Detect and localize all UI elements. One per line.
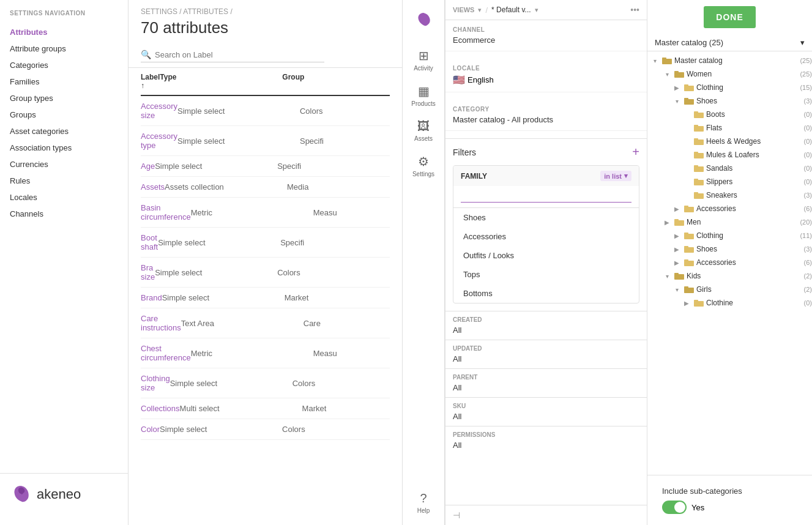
svg-rect-1 — [662, 58, 666, 59]
attr-link[interactable]: Brand — [141, 293, 162, 302]
collapse-icon[interactable]: ⊣ — [453, 510, 460, 520]
tree-node-master[interactable]: ▾ Master catalog (25) — [647, 54, 812, 67]
products-btn[interactable]: ▦ Products — [403, 79, 444, 112]
subcategory-toggle[interactable] — [662, 501, 687, 514]
table-header: Label ↑ Type Group — [141, 68, 390, 96]
tree-toggle-women[interactable]: ▾ — [662, 69, 672, 79]
tree-node-clothine[interactable]: ▶ Clothine (0) — [647, 296, 812, 310]
tree-toggle-master[interactable]: ▾ — [650, 56, 660, 65]
add-filter-button[interactable]: + — [632, 145, 639, 159]
filter-option-tops[interactable]: Tops — [453, 265, 639, 284]
nav-item-asset-categories[interactable]: Asset categories — [0, 123, 128, 140]
tree-node-heels[interactable]: Heels & Wedges (0) — [647, 135, 812, 148]
tree-node-flats[interactable]: Flats (0) — [647, 121, 812, 135]
tree-toggle-kids[interactable]: ▾ — [662, 271, 672, 281]
filter-option-bottoms[interactable]: Bottoms — [453, 284, 639, 303]
more-options-icon[interactable]: ••• — [630, 5, 639, 15]
nav-item-rules[interactable]: Rules — [0, 173, 128, 189]
filter-option-shoes[interactable]: Shoes — [453, 208, 639, 227]
tree-node-women[interactable]: ▾ Women (25) — [647, 67, 812, 81]
tree-toggle-men-accessories[interactable]: ▶ — [672, 258, 682, 267]
in-list-badge[interactable]: in list ▾ — [600, 171, 631, 181]
svg-rect-26 — [684, 234, 694, 239]
tree-node-women-shoes[interactable]: ▾ Shoes (3) — [647, 94, 812, 108]
attr-link[interactable]: Chest circumference — [141, 344, 191, 362]
attr-link[interactable]: Clothing size — [141, 374, 170, 392]
family-search-input[interactable] — [461, 191, 631, 203]
filter-option-outfits[interactable]: Outfits / Looks — [453, 246, 639, 265]
settings-btn[interactable]: ⚙ Settings — [403, 149, 444, 182]
nav-item-association-types[interactable]: Association types — [0, 140, 128, 156]
tree-node-kids[interactable]: ▾ Kids (2) — [647, 269, 812, 283]
tree-node-women-accessories[interactable]: ▶ Accessories (6) — [647, 202, 812, 215]
filter-option-accessories[interactable]: Accessories — [453, 227, 639, 246]
folder-closed-icon — [674, 218, 684, 226]
default-view-label[interactable]: * Default v... — [491, 6, 531, 14]
tree-node-mules[interactable]: Mules & Loafers (0) — [647, 148, 812, 162]
svg-rect-23 — [684, 206, 688, 207]
attr-link[interactable]: Basin circumference — [141, 203, 191, 222]
nav-item-attributes[interactable]: Attributes — [0, 24, 128, 40]
nav-item-currencies[interactable]: Currencies — [0, 156, 128, 173]
nav-item-group-types[interactable]: Group types — [0, 90, 128, 106]
svg-rect-9 — [694, 111, 698, 113]
svg-rect-16 — [694, 166, 704, 172]
attr-link[interactable]: Accessory size — [141, 102, 177, 120]
attr-link[interactable]: Assets — [141, 182, 165, 192]
tree-node-men-accessories[interactable]: ▶ Accessories (6) — [647, 256, 812, 269]
tree-node-slippers[interactable]: Slippers (0) — [647, 175, 812, 188]
svg-rect-29 — [684, 246, 688, 248]
folder-closed-icon — [694, 178, 704, 185]
channel-value: Ecommerce — [453, 35, 639, 45]
tree-toggle-men[interactable]: ▶ — [662, 217, 672, 227]
tree-count-girls: (2) — [804, 286, 812, 293]
tree-label-men-accessories: Accessories — [696, 258, 804, 267]
attr-link[interactable]: Accessory type — [141, 132, 177, 150]
activity-btn[interactable]: ⊞ Activity — [403, 43, 444, 76]
tree-toggle-men-shoes[interactable]: ▶ — [672, 244, 682, 254]
attr-link[interactable]: Collections — [141, 404, 180, 413]
views-chevron-icon[interactable]: ▾ — [535, 6, 538, 14]
tree-node-sneakers[interactable]: Sneakers (3) — [647, 188, 812, 202]
updated-value: All — [453, 354, 639, 363]
tree-node-men-shoes[interactable]: ▶ Shoes (3) — [647, 242, 812, 256]
search-input[interactable] — [155, 50, 324, 59]
folder-closed-icon — [694, 151, 704, 158]
tree-node-men-clothing[interactable]: ▶ Clothing (11) — [647, 229, 812, 242]
svg-rect-37 — [694, 300, 698, 302]
tree-node-boots[interactable]: Boots (0) — [647, 108, 812, 121]
nav-item-families[interactable]: Families — [0, 73, 128, 90]
nav-item-locales[interactable]: Locales — [0, 189, 128, 206]
nav-item-categories[interactable]: Categories — [0, 57, 128, 73]
main-content: SETTINGS / ATTRIBUTES / 70 attributes 🔍 … — [129, 0, 402, 525]
attr-link[interactable]: Bra size — [141, 263, 155, 281]
views-separator: / — [485, 6, 488, 15]
attr-link[interactable]: Care instructions — [141, 314, 181, 332]
help-btn[interactable]: ? Help — [403, 486, 444, 519]
attr-link[interactable]: Color — [141, 425, 160, 434]
nav-item-attribute-groups[interactable]: Attribute groups — [0, 40, 128, 57]
done-button[interactable]: DONE — [704, 6, 755, 28]
attr-link[interactable]: Boot shaft — [141, 233, 158, 251]
tree-toggle-women-clothing[interactable]: ▶ — [672, 83, 682, 92]
nav-item-groups[interactable]: Groups — [0, 106, 128, 123]
tree-node-men[interactable]: ▶ Men (20) — [647, 215, 812, 229]
tree-toggle-clothine[interactable]: ▶ — [682, 298, 691, 308]
assets-btn[interactable]: 🖼 Assets — [403, 114, 444, 147]
tree-toggle-women-accessories[interactable]: ▶ — [672, 204, 682, 214]
tree-toggle-men-clothing[interactable]: ▶ — [672, 231, 682, 240]
channel-section: CHANNEL Ecommerce — [445, 20, 647, 51]
tree-node-women-clothing[interactable]: ▶ Clothing (15) — [647, 81, 812, 94]
category-select-dropdown[interactable]: Master catalog (25) ▾ — [647, 34, 812, 51]
svg-rect-7 — [684, 98, 688, 100]
tree-label-heels: Heels & Wedges — [706, 137, 804, 146]
tree-node-girls[interactable]: ▾ Girls (2) — [647, 283, 812, 296]
attr-link[interactable]: Age — [141, 162, 155, 171]
nav-item-channels[interactable]: Channels — [0, 206, 128, 222]
activity-icon: ⊞ — [419, 48, 429, 63]
tree-count-kids: (2) — [804, 272, 812, 280]
tree-toggle-women-shoes[interactable]: ▾ — [672, 96, 682, 106]
tree-label-women-clothing: Clothing — [696, 83, 800, 92]
tree-toggle-girls[interactable]: ▾ — [672, 285, 682, 294]
tree-node-sandals[interactable]: Sandals (0) — [647, 162, 812, 175]
